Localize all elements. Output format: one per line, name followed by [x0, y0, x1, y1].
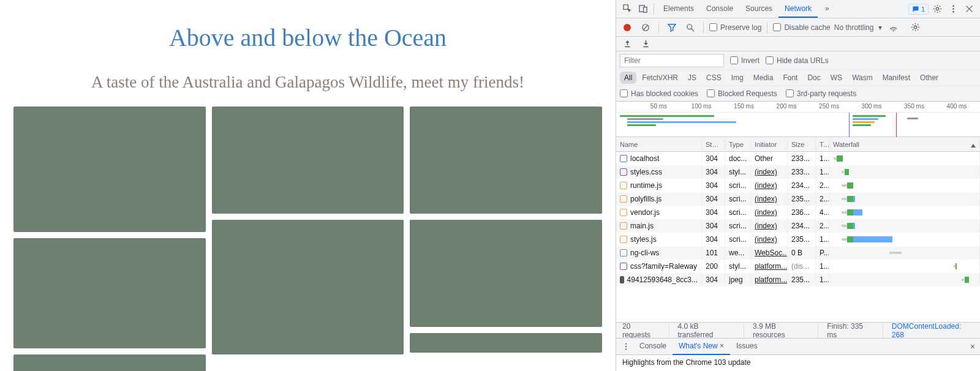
svg-point-9: [914, 26, 917, 29]
settings-icon[interactable]: [908, 20, 922, 35]
type-filter-wasm[interactable]: Wasm: [848, 72, 877, 84]
table-row[interactable]: vendor.js304scri...(index)236...4...: [616, 206, 980, 219]
svg-point-13: [625, 346, 627, 347]
image-grid: [13, 107, 602, 371]
blocked-requests-checkbox[interactable]: Blocked Requests: [707, 89, 777, 98]
close-devtools-icon[interactable]: [962, 2, 976, 17]
blocked-cookies-checkbox[interactable]: Has blocked cookies: [620, 89, 698, 98]
gallery-image[interactable]: [212, 107, 404, 214]
settings-icon[interactable]: [930, 2, 944, 17]
svg-point-8: [893, 31, 894, 32]
ruler-tick: 250 ms: [819, 103, 839, 110]
type-filter-all[interactable]: All: [620, 72, 636, 84]
table-row[interactable]: polyfills.js304scri...(index)235...2...: [616, 192, 980, 206]
tab-console[interactable]: Console: [700, 1, 739, 18]
toggle-device-icon[interactable]: [636, 2, 650, 17]
more-tabs-button[interactable]: »: [819, 1, 835, 18]
gallery-image[interactable]: [13, 354, 206, 371]
inspect-element-icon[interactable]: [620, 2, 635, 17]
svg-rect-1: [643, 7, 647, 12]
type-filter-fetchxhr[interactable]: Fetch/XHR: [638, 72, 682, 84]
filter-icon[interactable]: [665, 20, 679, 35]
file-type-icon: [620, 155, 627, 162]
filter-bar: Invert Hide data URLs: [616, 51, 980, 70]
network-overview[interactable]: 50 ms100 ms150 ms200 ms250 ms300 ms350 m…: [616, 102, 980, 137]
status-bar: 20 requests 4.0 kB transferred 3.9 MB re…: [616, 322, 980, 338]
type-filter-media[interactable]: Media: [749, 72, 778, 84]
ruler-tick: 400 ms: [947, 103, 967, 110]
issues-badge[interactable]: 1: [908, 4, 929, 15]
filter-input[interactable]: [620, 54, 724, 67]
hide-data-urls-checkbox[interactable]: Hide data URLs: [766, 56, 829, 65]
table-row[interactable]: localhost304doc...Other233...1...: [616, 152, 980, 165]
type-filter-js[interactable]: JS: [684, 72, 701, 84]
table-row[interactable]: 49412593648_8cc3...304jpegplatform...235…: [616, 273, 980, 287]
search-icon[interactable]: [683, 20, 698, 35]
type-filter-font[interactable]: Font: [778, 72, 802, 84]
gallery-image[interactable]: [13, 238, 206, 348]
status-dcl: DOMContentLoaded: 268: [892, 322, 974, 339]
devtools-tabbar: ElementsConsoleSourcesNetwork » 1: [616, 0, 980, 18]
file-type-icon: [620, 195, 627, 203]
svg-rect-10: [625, 47, 630, 48]
type-filter-other[interactable]: Other: [916, 72, 943, 84]
table-row[interactable]: main.js304scri...(index)234...2...: [616, 219, 980, 233]
close-drawer-icon[interactable]: ×: [968, 340, 978, 353]
clear-button[interactable]: [638, 20, 653, 35]
drawer-tab-whatsnew[interactable]: What's New ×: [673, 338, 730, 355]
file-type-icon: [620, 182, 627, 189]
type-filter-doc[interactable]: Doc: [803, 72, 824, 84]
drawer-body: Highlights from the Chrome 103 update: [616, 355, 980, 371]
drawer-tab-console[interactable]: Console: [633, 338, 673, 355]
svg-point-4: [952, 8, 954, 10]
svg-point-3: [952, 6, 954, 7]
invert-checkbox[interactable]: Invert: [730, 56, 760, 65]
preserve-log-checkbox[interactable]: Preserve log: [709, 23, 761, 32]
kebab-menu-icon[interactable]: [946, 2, 960, 17]
gallery-image[interactable]: [410, 107, 602, 214]
page-subtitle: A taste of the Australia and Galapagos W…: [13, 73, 602, 92]
tab-elements[interactable]: Elements: [657, 1, 700, 18]
type-filter-ws[interactable]: WS: [826, 72, 846, 84]
disable-cache-checkbox[interactable]: Disable cache: [773, 23, 830, 32]
requests-table: Name Stat.. Type Initiator Size T... Wat…: [616, 137, 980, 322]
table-row[interactable]: css?family=Raleway200styl...platform...(…: [616, 260, 980, 273]
gallery-image[interactable]: [410, 220, 602, 327]
table-row[interactable]: styles.css304styl...(index)233...1...: [616, 165, 980, 179]
network-conditions-icon[interactable]: [886, 20, 900, 35]
type-filter-img[interactable]: Img: [727, 72, 748, 84]
table-row[interactable]: ng-cli-ws101we...WebSoc...0 BP...: [616, 246, 980, 260]
type-filter-css[interactable]: CSS: [702, 72, 726, 84]
svg-rect-11: [643, 47, 648, 48]
ruler-tick: 100 ms: [692, 103, 712, 110]
gallery-image[interactable]: [410, 333, 602, 353]
main-tabs: ElementsConsoleSourcesNetwork: [657, 1, 818, 18]
export-har-icon[interactable]: [620, 37, 635, 51]
type-filter-manifest[interactable]: Manifest: [878, 72, 914, 84]
status-requests: 20 requests: [622, 322, 669, 339]
drawer-tab-issues[interactable]: Issues: [730, 338, 764, 355]
third-party-checkbox[interactable]: 3rd-party requests: [786, 89, 856, 98]
type-filter-bar: AllFetch/XHRJSCSSImgMediaFontDocWSWasmMa…: [616, 70, 980, 86]
sort-indicator-icon: [971, 144, 976, 148]
svg-point-5: [952, 11, 954, 13]
record-button[interactable]: [620, 20, 635, 35]
table-row[interactable]: runtime.js304scri...(index)234...2...: [616, 179, 980, 192]
kebab-menu-icon[interactable]: [619, 339, 633, 354]
import-export-bar: [616, 37, 980, 51]
tab-sources[interactable]: Sources: [739, 1, 778, 18]
file-type-icon: [620, 249, 627, 257]
devtools-panel: ElementsConsoleSourcesNetwork » 1 Preser…: [616, 0, 980, 371]
import-har-icon[interactable]: [638, 37, 653, 51]
svg-point-7: [687, 24, 692, 29]
gallery-image[interactable]: [13, 107, 206, 232]
table-row[interactable]: styles.js304scri...(index)235...1...: [616, 233, 980, 246]
rendered-page: Above and below the Ocean A taste of the…: [0, 0, 616, 371]
throttling-select[interactable]: No throttling▾: [834, 23, 883, 32]
table-header[interactable]: Name Stat.. Type Initiator Size T... Wat…: [616, 137, 980, 152]
status-transferred: 4.0 kB transferred: [678, 322, 745, 339]
file-type-icon: [620, 209, 627, 216]
gallery-image[interactable]: [212, 220, 404, 354]
status-finish: Finish: 335 ms: [827, 322, 883, 339]
tab-network[interactable]: Network: [778, 1, 818, 18]
